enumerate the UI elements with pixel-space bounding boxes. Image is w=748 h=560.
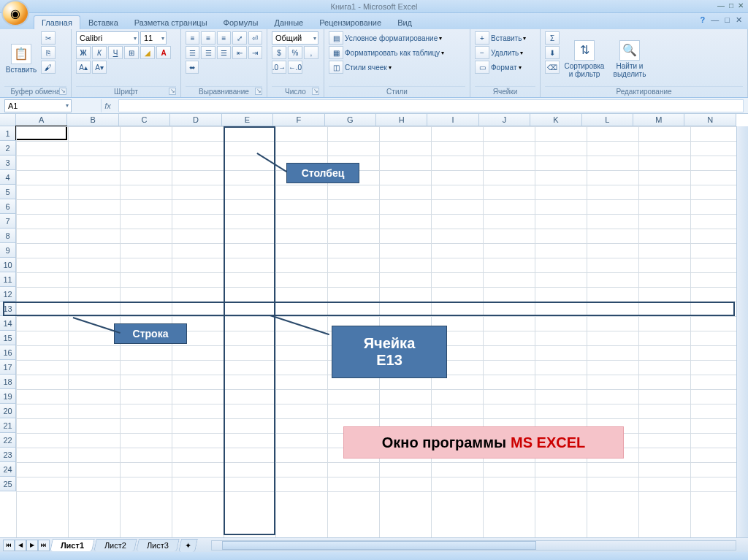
- sheet-nav-prev[interactable]: ◀: [15, 540, 26, 551]
- row-header-6[interactable]: 6: [0, 199, 16, 214]
- increase-font-button[interactable]: A▴: [76, 61, 91, 74]
- office-button[interactable]: ◉: [1, 0, 29, 26]
- formula-input[interactable]: [118, 99, 744, 112]
- row-header-7[interactable]: 7: [0, 214, 16, 229]
- vertical-scrollbar[interactable]: [736, 126, 748, 537]
- increase-decimal-button[interactable]: .0→: [272, 61, 286, 74]
- number-launcher[interactable]: ↘: [312, 88, 319, 95]
- align-top-button[interactable]: ≡: [186, 31, 199, 45]
- currency-button[interactable]: $: [272, 46, 286, 59]
- row-header-22[interactable]: 22: [0, 433, 16, 448]
- col-header-D[interactable]: D: [170, 114, 221, 126]
- underline-button[interactable]: Ч: [108, 46, 123, 59]
- tab-insert[interactable]: Вставка: [80, 15, 126, 29]
- format-cells-button[interactable]: Формат: [491, 64, 517, 72]
- col-header-K[interactable]: K: [530, 114, 581, 126]
- col-header-H[interactable]: H: [376, 114, 427, 126]
- row-header-12[interactable]: 12: [0, 287, 16, 302]
- insert-cells-button[interactable]: Вставить: [491, 34, 522, 42]
- row-header-17[interactable]: 17: [0, 360, 16, 375]
- window-close-icon[interactable]: ✕: [736, 15, 742, 25]
- font-name-combo[interactable]: Calibri: [76, 31, 139, 45]
- format-table-button[interactable]: Форматировать как таблицу: [345, 49, 440, 57]
- row-header-8[interactable]: 8: [0, 229, 16, 243]
- format-painter-button[interactable]: 🖌: [41, 61, 56, 74]
- alignment-launcher[interactable]: ↘: [255, 88, 262, 95]
- col-header-F[interactable]: F: [273, 114, 324, 126]
- sheet-nav-last[interactable]: ⏭: [38, 540, 50, 551]
- row-header-19[interactable]: 19: [0, 389, 16, 404]
- align-bottom-button[interactable]: ≡: [217, 31, 231, 45]
- align-center-button[interactable]: ☰: [201, 46, 215, 59]
- spreadsheet-grid[interactable]: ABCDEFGHIJKLMN 1234567891011121314151617…: [0, 114, 748, 537]
- help-icon[interactable]: ?: [701, 15, 706, 25]
- tab-page-layout[interactable]: Разметка страницы: [126, 15, 215, 29]
- row-header-10[interactable]: 10: [0, 258, 16, 272]
- ribbon-minimize-icon[interactable]: —: [711, 15, 719, 25]
- sheet-tab-1[interactable]: Лист1: [50, 539, 95, 551]
- fill-color-button[interactable]: ◢: [140, 46, 155, 59]
- col-header-G[interactable]: G: [325, 114, 376, 126]
- row-header-25[interactable]: 25: [0, 477, 16, 491]
- sheet-nav-next[interactable]: ▶: [26, 540, 38, 551]
- font-size-combo[interactable]: 11: [140, 31, 167, 45]
- active-cell[interactable]: [15, 126, 67, 140]
- sheet-tab-new[interactable]: ✦: [178, 539, 198, 552]
- col-header-J[interactable]: J: [479, 114, 530, 126]
- row-header-5[interactable]: 5: [0, 185, 16, 199]
- percent-button[interactable]: %: [288, 46, 302, 59]
- fill-button[interactable]: ⬇: [545, 46, 560, 59]
- row-header-21[interactable]: 21: [0, 418, 16, 433]
- restore-icon[interactable]: □: [729, 1, 733, 9]
- italic-button[interactable]: К: [92, 46, 107, 59]
- tab-formulas[interactable]: Формулы: [215, 15, 267, 29]
- wrap-text-button[interactable]: ⏎: [248, 31, 262, 45]
- row-header-2[interactable]: 2: [0, 141, 16, 156]
- delete-cells-button[interactable]: Удалить: [491, 49, 519, 57]
- col-header-L[interactable]: L: [582, 114, 633, 126]
- clipboard-launcher[interactable]: ↘: [59, 88, 66, 95]
- fx-button[interactable]: fx: [101, 99, 114, 112]
- row-header-20[interactable]: 20: [0, 404, 16, 418]
- paste-button[interactable]: 📋 Вставить: [4, 31, 38, 86]
- font-launcher[interactable]: ↘: [169, 88, 176, 95]
- decrease-indent-button[interactable]: ⇤: [232, 46, 246, 59]
- border-button[interactable]: ⊞: [124, 46, 139, 59]
- row-header-24[interactable]: 24: [0, 462, 16, 477]
- decrease-decimal-button[interactable]: ←.0: [288, 61, 302, 74]
- align-right-button[interactable]: ☰: [217, 46, 231, 59]
- row-header-13[interactable]: 13: [0, 302, 16, 316]
- cell-styles-button[interactable]: Стили ячеек: [345, 64, 387, 72]
- merge-button[interactable]: ⬌: [186, 61, 199, 74]
- name-box[interactable]: A1: [4, 99, 72, 112]
- minimize-icon[interactable]: —: [717, 1, 725, 9]
- tab-review[interactable]: Рецензирование: [311, 15, 389, 29]
- decrease-font-button[interactable]: A▾: [92, 61, 107, 74]
- row-header-4[interactable]: 4: [0, 170, 16, 185]
- tab-view[interactable]: Вид: [389, 15, 420, 29]
- row-header-9[interactable]: 9: [0, 243, 16, 258]
- align-left-button[interactable]: ☰: [186, 46, 199, 59]
- cut-button[interactable]: ✂: [41, 31, 56, 45]
- tab-home[interactable]: Главная: [34, 15, 80, 29]
- increase-indent-button[interactable]: ⇥: [248, 46, 262, 59]
- row-header-16[interactable]: 16: [0, 345, 16, 360]
- copy-button[interactable]: ⎘: [41, 46, 56, 59]
- col-header-N[interactable]: N: [684, 114, 736, 126]
- clear-button[interactable]: ⌫: [545, 61, 560, 74]
- col-header-M[interactable]: M: [633, 114, 684, 126]
- align-middle-button[interactable]: ≡: [201, 31, 215, 45]
- find-select-button[interactable]: 🔍 Найти и выделить: [609, 31, 650, 86]
- conditional-format-button[interactable]: Условное форматирование: [345, 34, 438, 42]
- sheet-tab-3[interactable]: Лист3: [136, 539, 180, 551]
- sheet-tab-2[interactable]: Лист2: [94, 539, 137, 551]
- row-header-14[interactable]: 14: [0, 316, 16, 331]
- font-color-button[interactable]: A: [156, 46, 171, 59]
- col-header-B[interactable]: B: [67, 114, 118, 126]
- col-header-E[interactable]: E: [222, 114, 273, 126]
- select-all-corner[interactable]: [0, 114, 16, 126]
- col-header-C[interactable]: C: [119, 114, 170, 126]
- row-header-15[interactable]: 15: [0, 331, 16, 345]
- row-header-23[interactable]: 23: [0, 448, 16, 462]
- row-header-3[interactable]: 3: [0, 156, 16, 170]
